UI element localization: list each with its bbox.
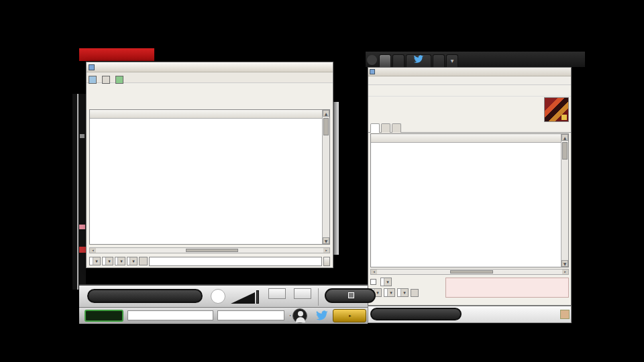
person-head <box>298 311 303 316</box>
comment-count <box>187 95 190 103</box>
app-icon <box>89 64 95 70</box>
comment-post-controls <box>370 277 569 304</box>
address-bar <box>368 85 571 97</box>
elapsed-time-pill <box>370 308 462 320</box>
settings-icon[interactable] <box>411 289 419 297</box>
broadcast-meta <box>372 101 543 107</box>
tab-chat2[interactable] <box>433 54 445 67</box>
tab-twitter[interactable] <box>406 54 431 67</box>
comment-viewer-button[interactable] <box>85 310 123 322</box>
volume-knob[interactable] <box>256 290 259 304</box>
send-comment-button[interactable] <box>323 257 330 266</box>
nico-ad-button[interactable] <box>333 309 366 322</box>
vertical-scrollbar[interactable]: ▲ ▼ <box>561 134 568 267</box>
window-titlebar[interactable] <box>368 68 571 76</box>
comment-input[interactable] <box>149 257 322 266</box>
vertical-scrollbar[interactable]: ▲ ▼ <box>322 110 329 244</box>
page-speck <box>79 247 86 253</box>
screen-capture-button[interactable] <box>268 288 286 299</box>
scrollbar-thumb[interactable] <box>450 270 494 274</box>
volume-slider[interactable] <box>231 290 259 304</box>
toolbar <box>87 72 333 83</box>
tab-stub-icon[interactable] <box>367 55 377 65</box>
menu-bar <box>368 76 571 85</box>
comment-table-body <box>371 143 561 267</box>
page-speck <box>80 134 85 138</box>
broadcast-info <box>87 83 333 107</box>
horizontal-scrollbar[interactable]: ◂ ▸ <box>370 269 569 275</box>
anonymous-person-icon[interactable] <box>292 308 307 323</box>
anonymous-dropdown[interactable] <box>89 257 101 265</box>
table-header <box>90 110 329 119</box>
size-dropdown[interactable] <box>115 257 125 265</box>
tab-list-chevron-icon[interactable]: ▼ <box>446 54 458 67</box>
status-stats-left <box>466 308 468 321</box>
left-comment-viewer-window: ▲ ▼ ◂ ▸ <box>86 62 333 268</box>
comment-table: ▲ ▼ <box>370 133 569 267</box>
person-body <box>296 317 305 322</box>
right-comment-viewer-window: ▲ ▼ ◂ ▸ <box>368 67 572 306</box>
mute-icon[interactable] <box>211 289 225 304</box>
browser-tab-strip: ▼ <box>366 52 585 67</box>
tab-comment-list[interactable] <box>370 123 380 133</box>
comment-compose-row <box>89 255 330 267</box>
bottom-comment-bar: ・ <box>79 307 368 324</box>
scrollbar-thumb[interactable] <box>186 249 239 252</box>
tab-comment[interactable] <box>392 54 405 67</box>
scroll-up-icon[interactable]: ▲ <box>323 110 329 117</box>
simple-view-button[interactable] <box>325 288 376 303</box>
player-control-bar <box>79 284 368 307</box>
horizontal-scrollbar[interactable]: ◂ ▸ <box>89 247 330 253</box>
tab-listener-list[interactable] <box>381 123 390 133</box>
user-thumb-icon[interactable] <box>560 310 570 319</box>
filter-row-2 <box>370 288 419 297</box>
window-titlebar[interactable] <box>87 62 333 72</box>
comment-input-area[interactable] <box>445 278 569 298</box>
page-speck <box>79 225 85 229</box>
elapsed-time-pill <box>87 289 203 303</box>
screen: ▲ ▼ ◂ ▸ ▼ <box>0 0 644 362</box>
scroll-down-icon[interactable]: ▼ <box>561 260 568 267</box>
scroll-left-icon[interactable]: ◂ <box>371 269 377 274</box>
background-scrollbar-sliver <box>333 102 339 255</box>
comment-table: ▲ ▼ <box>89 109 330 245</box>
app-icon <box>370 69 375 74</box>
broadcast-info <box>368 97 571 123</box>
right-status-bar <box>368 306 572 323</box>
volume-ramp-icon <box>231 292 255 304</box>
table-header <box>371 134 568 143</box>
page-edge-line <box>77 94 78 290</box>
filter-row-1 <box>370 278 392 286</box>
background-page-strip <box>72 94 86 290</box>
scroll-left-icon[interactable]: ◂ <box>90 248 96 253</box>
size-dropdown[interactable] <box>397 288 409 297</box>
scrollbar-thumb[interactable] <box>323 118 329 135</box>
live-badge <box>79 48 154 61</box>
viewer-tabs <box>368 123 571 133</box>
color-dropdown[interactable] <box>384 288 395 297</box>
comment-table-body <box>90 119 322 244</box>
tab-view-log[interactable] <box>392 123 401 133</box>
broadcaster-avatar[interactable] <box>544 97 569 122</box>
anonymous-184-checkbox[interactable] <box>370 279 376 285</box>
color-dropdown[interactable] <box>102 257 113 265</box>
speech-dropdown[interactable] <box>380 278 392 286</box>
emoji-icon[interactable] <box>139 257 148 265</box>
active-count <box>248 95 250 103</box>
comment-input[interactable] <box>217 310 284 320</box>
position-dropdown[interactable] <box>127 257 138 265</box>
twitter-bird-icon <box>413 55 424 64</box>
scroll-up-icon[interactable]: ▲ <box>561 134 568 141</box>
scroll-right-icon[interactable]: ▸ <box>562 269 568 274</box>
scrollbar-thumb[interactable] <box>562 142 568 160</box>
twitter-share-icon[interactable] <box>315 310 329 321</box>
mini-window-button[interactable] <box>294 288 311 299</box>
window-toggle-icon <box>348 292 354 298</box>
scroll-right-icon[interactable]: ▸ <box>323 248 329 253</box>
status-stats-right <box>517 308 519 321</box>
scroll-down-icon[interactable]: ▼ <box>323 237 329 244</box>
command-input[interactable] <box>127 310 213 320</box>
tab-broadcast-tool[interactable] <box>379 54 391 67</box>
divider <box>318 288 319 306</box>
